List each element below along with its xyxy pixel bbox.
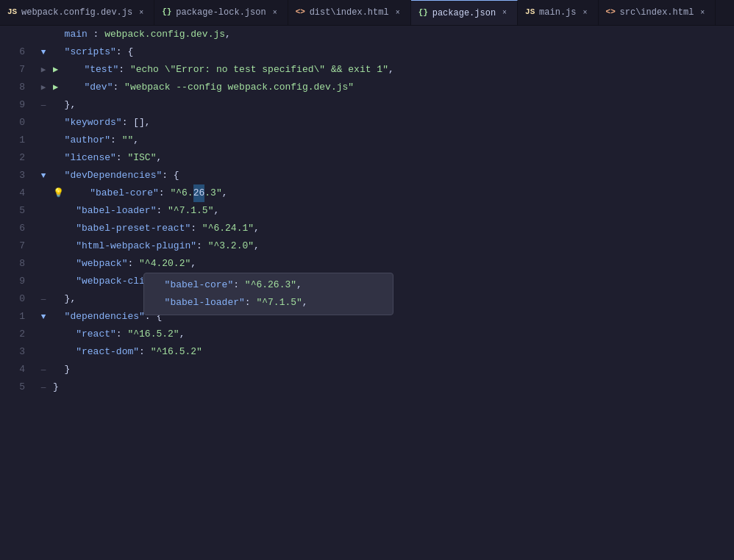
tab-close-btn[interactable]: × [580, 7, 591, 18]
code-token: "^3.2.0" [208, 237, 254, 255]
hover-line-2: "babel-loader" : "^7.1.5" , [144, 294, 393, 312]
fold-marker-close[interactable]: — [37, 378, 50, 396]
code-token: webpack.config.dev.js [104, 26, 225, 43]
code-token: .3" [204, 184, 221, 202]
code-token: "author" [65, 132, 110, 149]
code-token: }, [53, 290, 76, 308]
code-token: , [213, 202, 219, 220]
code-token: : [110, 132, 122, 149]
code-line: ▶ "dev" : "webpack --config webpack.conf… [53, 79, 734, 96]
code-token: "webpack" [76, 255, 127, 273]
code-token: , [302, 294, 308, 312]
tab-package-lock[interactable]: {} package-lock.json × [154, 0, 288, 26]
fold-marker [37, 184, 50, 202]
fold-marker-close[interactable]: — [37, 96, 50, 114]
code-token: : [245, 294, 257, 312]
tab-src-index[interactable]: <> src\index.html × [599, 0, 716, 26]
code-token: "scripts" [65, 43, 116, 61]
code-token: "babel-loader" [76, 202, 156, 220]
code-token [61, 61, 84, 79]
lightbulb-icon[interactable]: 💡 [53, 184, 64, 202]
code-token [53, 343, 76, 361]
tab-close-btn[interactable]: × [136, 7, 146, 18]
code-line: }, [53, 96, 734, 114]
code-token: "devDependencies" [65, 167, 163, 184]
code-line: "react" : "^16.5.2" , [53, 326, 734, 343]
tab-close-btn[interactable]: × [270, 7, 280, 18]
line-num: 7 [0, 61, 31, 79]
code-token: "webpack-cli" [76, 273, 150, 290]
code-line-babel-loader: "babel-loader" : "^7.1.5" , [53, 202, 734, 220]
js-file-icon: JS [7, 7, 18, 18]
tab-close-btn[interactable]: × [697, 7, 708, 18]
code-token: "license" [65, 149, 116, 167]
fold-marker [37, 237, 50, 255]
code-area[interactable]: main : webpack.config.dev.js , "scripts"… [50, 26, 734, 560]
fold-marker-close[interactable]: — [37, 361, 50, 378]
code-token: "keywords" [65, 114, 122, 132]
code-token [53, 237, 76, 255]
line-num: 1 [0, 308, 31, 326]
fold-marker: ▶ [37, 79, 50, 96]
json-file-icon: {} [418, 8, 429, 18]
fold-marker-open[interactable]: ▼ [37, 167, 50, 184]
code-line: } [53, 361, 734, 378]
line-num: 9 [0, 96, 31, 114]
json-file-icon: {} [162, 7, 172, 18]
line-num: 9 [0, 273, 31, 290]
code-token [53, 167, 65, 184]
fold-marker-close[interactable]: — [37, 290, 50, 308]
code-token: "babel-core" [153, 276, 233, 294]
line-num: 4 [0, 361, 31, 378]
code-token [53, 43, 65, 61]
code-token [53, 220, 76, 237]
code-token: "react" [76, 326, 116, 343]
code-token: "babel-preset-react" [76, 220, 190, 237]
tab-dist-index[interactable]: <> dist\index.html × [288, 0, 411, 26]
tab-package-json[interactable]: {} package.json × [411, 0, 518, 26]
run-icon[interactable]: ▶ [53, 61, 58, 79]
code-token: , [156, 149, 162, 167]
line-num: 1 [0, 132, 31, 149]
line-num: 8 [0, 79, 31, 96]
code-token [67, 184, 90, 202]
code-token: : [116, 326, 128, 343]
code-token: , [296, 276, 302, 294]
run-icon[interactable]: ▶ [53, 79, 58, 96]
code-token: : { [116, 43, 133, 61]
code-token: : [156, 202, 168, 220]
fold-marker [37, 343, 50, 361]
fold-marker-open[interactable]: ▼ [37, 43, 50, 61]
code-token: : [233, 276, 245, 294]
line-num: 5 [0, 378, 31, 396]
fold-marker [37, 202, 50, 220]
code-line: main : webpack.config.dev.js , [53, 26, 734, 43]
tab-label: package.json [432, 8, 496, 18]
tab-webpack-config[interactable]: JS webpack.config.dev.js × [0, 0, 154, 26]
line-numbers: 6 7 8 9 0 1 2 3 4 5 6 7 8 9 0 1 2 3 4 5 [0, 26, 37, 560]
tab-main-js[interactable]: JS main.js × [518, 0, 598, 26]
code-token [53, 255, 76, 273]
fold-marker: ▶ [37, 61, 50, 79]
code-token: , [179, 326, 185, 343]
code-token [61, 79, 84, 96]
code-token: "babel-core" [90, 184, 159, 202]
hover-line-1: "babel-core" : "^6.26.3" , [144, 276, 393, 294]
line-num: 4 [0, 184, 31, 202]
tab-close-btn[interactable]: × [499, 8, 510, 18]
code-token: "babel-loader" [153, 294, 245, 312]
code-token: main [53, 26, 88, 43]
code-token: "" [122, 132, 134, 149]
line-num: 0 [0, 114, 31, 132]
code-token [53, 202, 76, 220]
fold-marker-open[interactable]: ▼ [37, 308, 50, 326]
code-token: : [196, 237, 208, 255]
tab-bar: JS webpack.config.dev.js × {} package-lo… [0, 0, 734, 26]
code-token: "^6.24.1" [202, 220, 254, 237]
code-token [53, 114, 65, 132]
code-token: "test" [84, 61, 118, 79]
tab-close-btn[interactable]: × [393, 7, 403, 18]
code-token: : [139, 343, 151, 361]
tab-label: dist\index.html [310, 7, 389, 18]
fold-marker [37, 149, 50, 167]
